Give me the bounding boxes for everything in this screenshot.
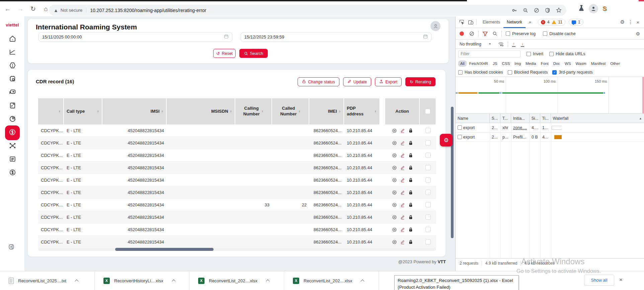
edit-record-icon[interactable] — [400, 178, 405, 183]
tab-network[interactable]: Network — [503, 16, 526, 28]
view-record-icon[interactable] — [392, 202, 397, 207]
not-secure-warning-icon[interactable]: ▲ — [54, 8, 58, 13]
lock-record-icon[interactable] — [408, 202, 413, 207]
rerating-button[interactable]: ↻Rerating — [405, 77, 435, 86]
request-column-si[interactable]: Si... — [530, 114, 540, 123]
download-item[interactable]: XReconvertList_202....xlsx — [189, 271, 284, 290]
not-secure-label[interactable]: Not secure — [61, 8, 82, 13]
lock-record-icon[interactable] — [408, 128, 413, 133]
column-header-imsi[interactable]: IMSI▲▼ — [102, 98, 167, 124]
row-checkbox[interactable] — [425, 153, 431, 158]
blocked-icon[interactable] — [534, 8, 539, 13]
request-column-t[interactable]: T... — [500, 114, 511, 123]
date-to-input[interactable]: 15/12/2025 23:59:59 — [241, 32, 431, 42]
sort-icon[interactable]: ▲▼ — [161, 110, 163, 113]
lock-record-icon[interactable] — [408, 165, 413, 170]
zoom-out-icon[interactable] — [523, 8, 528, 13]
column-header-pdp-address[interactable]: PDP address▲▼ — [344, 98, 380, 124]
export-button[interactable]: Export — [375, 77, 402, 86]
update-button[interactable]: Update — [343, 77, 371, 86]
lock-record-icon[interactable] — [408, 190, 413, 195]
sort-icon[interactable]: ▲▼ — [97, 110, 99, 113]
row-checkbox[interactable] — [425, 202, 431, 207]
row-checkbox[interactable] — [425, 177, 431, 183]
key-icon[interactable] — [512, 8, 517, 13]
sidebar-item-home[interactable] — [5, 35, 20, 43]
url-text[interactable]: 10.207.252.135:8200/roaming-app/utilitie… — [90, 8, 206, 13]
calendar-icon[interactable] — [423, 34, 428, 40]
flag-checkbox-3rd-party-requests[interactable]: ✓3rd-party requests — [552, 70, 592, 75]
user-avatar[interactable] — [430, 21, 440, 31]
sort-icon[interactable]: ▲▼ — [375, 110, 377, 113]
devtools-settings-icon[interactable]: ⚙ — [620, 19, 625, 25]
edit-record-icon[interactable] — [400, 140, 405, 146]
network-search-icon[interactable] — [492, 31, 497, 36]
lock-record-icon[interactable] — [408, 178, 413, 183]
view-record-icon[interactable] — [392, 153, 397, 158]
search-button[interactable]: Search — [239, 49, 268, 58]
edit-record-icon[interactable] — [400, 239, 405, 245]
row-checkbox[interactable] — [425, 190, 431, 195]
row-checkbox[interactable] — [425, 239, 431, 245]
filter-chip-other[interactable]: Other — [608, 61, 622, 67]
sidebar-collapse-button[interactable] — [8, 244, 15, 252]
column-header-called-number[interactable]: Called Number▲▼ — [272, 98, 309, 124]
tab-elements[interactable]: Elements — [479, 16, 503, 28]
edit-record-icon[interactable] — [400, 227, 405, 232]
floating-settings-button[interactable]: ⚙ — [440, 134, 453, 147]
network-conditions-icon[interactable] — [498, 42, 504, 46]
download-chevron-icon[interactable] — [266, 279, 270, 283]
filter-chip-media[interactable]: Media — [524, 61, 538, 67]
edit-record-icon[interactable] — [400, 202, 405, 207]
edit-record-icon[interactable] — [400, 215, 405, 220]
request-column-ti[interactable]: Ti... — [540, 114, 551, 123]
flag-checkbox-has-blocked-cookies[interactable]: Has blocked cookies — [458, 70, 503, 75]
preserve-log-checkbox[interactable]: Preserve log — [506, 31, 536, 36]
devtools-scrollbar-thumb[interactable] — [642, 77, 644, 113]
sidebar-item-integration[interactable] — [5, 142, 20, 150]
lock-record-icon[interactable] — [408, 215, 413, 220]
column-header-calling-number[interactable]: Calling Number▲▼ — [235, 98, 272, 124]
download-chevron-icon[interactable] — [361, 279, 365, 283]
horizontal-scrollbar-track[interactable] — [38, 248, 436, 251]
extension-s-icon[interactable]: S — [602, 5, 607, 12]
back-icon[interactable]: ← — [3, 4, 13, 14]
view-record-icon[interactable] — [392, 239, 397, 245]
messages-badge[interactable]: 1 — [569, 19, 583, 25]
filter-chip-all[interactable]: All — [458, 61, 467, 67]
row-checkbox[interactable] — [425, 227, 431, 232]
edit-record-icon[interactable] — [400, 153, 405, 158]
row-checkbox[interactable] — [425, 140, 431, 146]
sidebar-item-analytics[interactable] — [5, 49, 20, 57]
sort-icon[interactable]: ▲▼ — [261, 110, 263, 113]
dropdown-caret-icon[interactable]: ▼ — [489, 42, 491, 45]
devtools-close-icon[interactable]: × — [636, 19, 639, 25]
select-all-checkbox[interactable] — [425, 109, 430, 114]
invert-checkbox[interactable]: Invert — [527, 52, 543, 56]
sidebar-item-finance[interactable] — [5, 169, 20, 177]
devtools-menu-icon[interactable]: ⋮ — [628, 19, 633, 25]
network-settings-icon[interactable]: ⚙ — [636, 31, 640, 36]
sort-icon[interactable]: ▲▼ — [230, 110, 232, 113]
record-icon[interactable] — [460, 31, 464, 36]
download-chevron-icon[interactable] — [172, 279, 175, 283]
edit-record-icon[interactable] — [400, 165, 405, 170]
calendar-icon[interactable] — [224, 34, 229, 40]
row-checkbox[interactable] — [425, 128, 431, 133]
sidebar-item-system[interactable] — [5, 75, 20, 83]
filter-chip-ws[interactable]: WS — [563, 61, 573, 67]
sidebar-item-alerts[interactable] — [5, 62, 20, 70]
shield-icon[interactable] — [545, 8, 550, 13]
forward-icon[interactable]: → — [15, 4, 25, 14]
filter-chip-wasm[interactable]: Wasm — [574, 61, 588, 67]
hide-data-urls-checkbox[interactable]: Hide data URLs — [549, 52, 585, 56]
lock-record-icon[interactable] — [408, 239, 413, 245]
request-column-waterfall[interactable]: Waterfall▲ — [551, 114, 644, 123]
view-record-icon[interactable] — [392, 140, 397, 146]
reset-button[interactable]: ↺Reset — [213, 49, 236, 58]
view-record-icon[interactable] — [392, 190, 397, 195]
request-row[interactable]: export2...p...Prefli...0 B4... — [456, 132, 644, 142]
download-bar-close-icon[interactable]: × — [619, 277, 623, 283]
view-record-icon[interactable] — [392, 165, 397, 170]
request-checkbox[interactable] — [458, 125, 462, 130]
